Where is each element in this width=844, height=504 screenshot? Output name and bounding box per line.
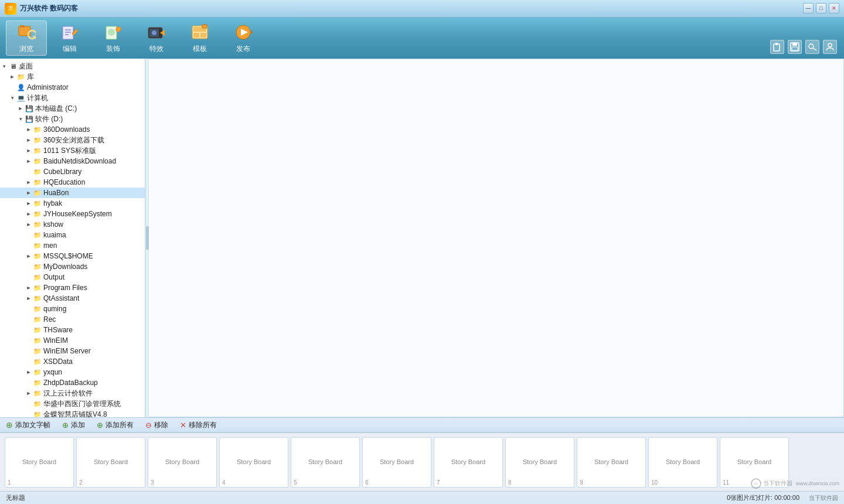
tree-toggle[interactable]: ►	[25, 368, 33, 376]
maximize-button[interactable]: □	[816, 3, 826, 13]
tree-item-cubelibrary[interactable]: 📁 CubeLibrary	[0, 166, 145, 177]
file-tree[interactable]: ▾ 🖥 桌面 ► 📁 库 👤 Administrator ▾ 💻 计算机 ► 💾…	[0, 59, 145, 417]
toolbar-edit-button[interactable]: 编辑	[49, 21, 90, 56]
tree-item-360browser[interactable]: ► 📁 360安全浏览器下载	[0, 135, 145, 145]
tree-item-software-d[interactable]: ▾ 💾 软件 (D:)	[0, 114, 145, 124]
story-card-10[interactable]: Story Board 10	[648, 437, 717, 488]
tree-toggle[interactable]: ►	[8, 73, 16, 81]
tree-item-thsware[interactable]: 📁 THSware	[0, 325, 145, 335]
add-text-frame-button[interactable]: ⊕ 添加文字帧	[6, 420, 50, 430]
story-card-9[interactable]: Story Board 9	[577, 437, 646, 488]
tree-item-qtassistant[interactable]: ► 📁 QtAssistant	[0, 293, 145, 304]
tree-item-baidunetdisk[interactable]: ► 📁 BaiduNetdiskDownload	[0, 156, 145, 166]
story-card-6[interactable]: Story Board 6	[362, 437, 431, 488]
tree-item-mssqlshome[interactable]: ► 📁 MSSQL$HOME	[0, 251, 145, 261]
toolbar-effects-button[interactable]: 特效	[136, 21, 177, 56]
decorate-icon	[104, 23, 122, 42]
add-button[interactable]: ⊕ 添加	[62, 420, 85, 430]
tree-item-administrator[interactable]: 👤 Administrator	[0, 82, 145, 93]
toolbar-template-button[interactable]: 模板	[179, 21, 220, 56]
tree-item-360downloads[interactable]: ► 📁 360Downloads	[0, 124, 145, 135]
tree-toggle[interactable]	[25, 400, 33, 408]
tree-item-wineim[interactable]: 📁 WinEIM	[0, 335, 145, 346]
tree-toggle[interactable]: ►	[25, 147, 33, 155]
tree-item-yxqun[interactable]: ► 📁 yxqun	[0, 367, 145, 377]
tree-toggle[interactable]: ►	[16, 104, 25, 113]
tree-item-kuaima[interactable]: 📁 kuaima	[0, 230, 145, 240]
tree-item-kshow[interactable]: ► 📁 kshow	[0, 219, 145, 230]
tree-item-huabon[interactable]: ► 📁 HuaBon	[0, 188, 145, 198]
remove-all-button[interactable]: ✕ 移除所有	[180, 420, 217, 430]
story-card-1[interactable]: Story Board 1	[5, 437, 74, 488]
tree-toggle[interactable]: ►	[25, 210, 33, 218]
tree-item-library[interactable]: ► 📁 库	[0, 71, 145, 82]
tree-item-jiangyun[interactable]: ► 📁 汉上云计价软件	[0, 388, 145, 399]
tree-item-xsddata[interactable]: 📁 XSDData	[0, 356, 145, 367]
story-card-label: Story Board	[165, 458, 199, 466]
tree-toggle[interactable]	[25, 305, 33, 313]
tree-toggle[interactable]	[25, 410, 33, 417]
tree-item-computer[interactable]: ▾ 💻 计算机	[0, 93, 145, 103]
tree-toggle[interactable]	[25, 273, 33, 281]
tree-toggle[interactable]: ►	[25, 178, 33, 186]
tree-item-jinding[interactable]: 📁 金蝶智慧店铺版V4.8	[0, 409, 145, 417]
tree-toggle[interactable]	[25, 347, 33, 355]
remove-button[interactable]: ⊖ 移除	[145, 420, 168, 430]
tree-toggle[interactable]: ►	[25, 199, 33, 207]
tree-toggle[interactable]: ►	[25, 157, 33, 165]
clipboard-icon[interactable]	[770, 40, 784, 54]
tree-toggle[interactable]: ▾	[0, 62, 8, 70]
tree-toggle[interactable]	[25, 326, 33, 334]
story-card-2[interactable]: Story Board 2	[76, 437, 145, 488]
tree-toggle[interactable]	[25, 315, 33, 323]
tree-item-men[interactable]: 📁 men	[0, 240, 145, 251]
story-card-5[interactable]: Story Board 5	[291, 437, 360, 488]
tree-toggle[interactable]: ►	[25, 220, 33, 229]
toolbar-browse-button[interactable]: 浏览	[6, 21, 47, 56]
tree-toggle[interactable]: ►	[25, 189, 33, 197]
toolbar-decorate-button[interactable]: 装饰	[93, 21, 134, 56]
save-icon[interactable]	[788, 40, 802, 54]
tree-item-hqeducation[interactable]: ► 📁 HQEducation	[0, 177, 145, 188]
key-icon[interactable]	[805, 40, 819, 54]
tree-toggle[interactable]	[25, 168, 33, 176]
tree-item-jyhousekeep[interactable]: ► 📁 JYHouseKeepSystem	[0, 209, 145, 219]
tree-item-local-c[interactable]: ► 💾 本地磁盘 (C:)	[0, 103, 145, 114]
tree-item-huasheng[interactable]: 📁 华盛中西医门诊管理系统	[0, 399, 145, 409]
tree-toggle[interactable]: ►	[25, 125, 33, 134]
tree-item-zhdpdatabackup[interactable]: 📁 ZhdpDataBackup	[0, 377, 145, 388]
tree-item-programfiles[interactable]: ► 📁 Program Files	[0, 282, 145, 293]
tree-toggle[interactable]: ►	[25, 252, 33, 260]
tree-item-mydownloads[interactable]: 📁 MyDownloads	[0, 261, 145, 272]
tree-toggle[interactable]: ▾	[8, 94, 16, 102]
story-card-3[interactable]: Story Board 3	[148, 437, 217, 488]
tree-toggle[interactable]: ►	[25, 284, 33, 292]
tree-toggle[interactable]	[25, 263, 33, 271]
tree-toggle[interactable]	[8, 83, 16, 91]
tree-item-output[interactable]: 📁 Output	[0, 272, 145, 282]
story-card-7[interactable]: Story Board 7	[434, 437, 503, 488]
tree-toggle[interactable]	[25, 357, 33, 366]
tree-item-rec[interactable]: 📁 Rec	[0, 314, 145, 325]
tree-toggle[interactable]	[25, 379, 33, 387]
tree-item-desktop[interactable]: ▾ 🖥 桌面	[0, 61, 145, 71]
tree-toggle[interactable]	[25, 336, 33, 345]
tree-toggle[interactable]: ▾	[16, 115, 25, 123]
tree-item-1011sys[interactable]: ► 📁 1011 SYS标准版	[0, 145, 145, 156]
story-card-4[interactable]: Story Board 4	[219, 437, 288, 488]
user-icon[interactable]	[823, 40, 837, 54]
tree-item-hybak[interactable]: ► 📁 hybak	[0, 198, 145, 209]
tree-item-quming[interactable]: 📁 quming	[0, 304, 145, 314]
story-card-8[interactable]: Story Board 8	[505, 437, 574, 488]
tree-toggle[interactable]	[25, 241, 33, 250]
tree-toggle[interactable]: ►	[25, 136, 33, 144]
tree-toggle[interactable]: ►	[25, 389, 33, 397]
tree-toggle[interactable]: ►	[25, 294, 33, 302]
minimize-button[interactable]: —	[803, 3, 814, 13]
tree-item-wineimserver[interactable]: 📁 WinEIM Server	[0, 346, 145, 356]
tree-toggle[interactable]	[25, 231, 33, 239]
add-all-button[interactable]: ⊕ 添加所有	[97, 420, 134, 430]
close-button[interactable]: ✕	[829, 3, 839, 13]
tree-label: 桌面	[19, 62, 33, 71]
toolbar-publish-button[interactable]: 发布	[223, 21, 264, 56]
